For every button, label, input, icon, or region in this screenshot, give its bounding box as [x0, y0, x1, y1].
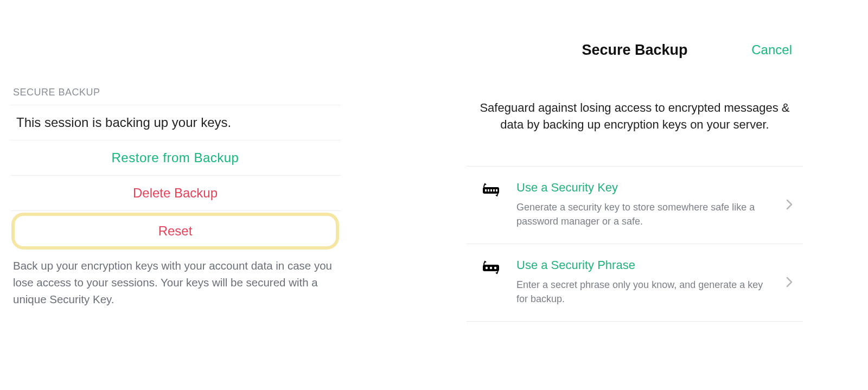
svg-point-12: [494, 267, 496, 269]
page-title: Secure Backup: [582, 42, 687, 59]
delete-backup-button[interactable]: Delete Backup: [10, 176, 341, 211]
option-body: Use a Security Phrase Enter a secret phr…: [516, 258, 770, 306]
cancel-button[interactable]: Cancel: [751, 42, 792, 57]
section-header: SECURE BACKUP: [10, 87, 341, 105]
svg-marker-8: [484, 260, 487, 263]
option-security-phrase[interactable]: Use a Security Phrase Enter a secret phr…: [467, 244, 803, 322]
secure-backup-setup-panel: Secure Backup Cancel Safeguard against l…: [467, 39, 803, 322]
svg-marker-13: [495, 272, 498, 274]
setup-intro-text: Safeguard against losing access to encry…: [469, 100, 801, 133]
option-title: Use a Security Key: [516, 181, 764, 195]
restore-from-backup-button[interactable]: Restore from Backup: [10, 140, 341, 176]
svg-rect-6: [496, 189, 497, 191]
svg-rect-3: [488, 189, 489, 191]
option-title: Use a Security Phrase: [516, 258, 764, 272]
svg-rect-4: [490, 189, 492, 191]
option-security-key[interactable]: Use a Security Key Generate a security k…: [467, 167, 803, 244]
svg-rect-5: [493, 189, 495, 191]
option-desc: Generate a security key to store somewhe…: [516, 200, 764, 228]
reset-highlight: Reset: [11, 213, 339, 250]
secure-backup-settings-panel: SECURE BACKUP This session is backing up…: [10, 87, 341, 308]
chevron-right-icon: [786, 276, 799, 288]
backup-help-text: Back up your encryption keys with your a…: [10, 251, 341, 308]
svg-point-10: [486, 267, 488, 269]
option-desc: Enter a secret phrase only you know, and…: [516, 278, 764, 306]
chevron-right-icon: [786, 199, 799, 210]
svg-marker-7: [495, 194, 498, 197]
security-phrase-icon: [481, 259, 501, 276]
svg-marker-0: [484, 183, 487, 186]
svg-point-11: [490, 267, 492, 269]
option-body: Use a Security Key Generate a security k…: [516, 181, 770, 228]
backup-status-text: This session is backing up your keys.: [10, 105, 341, 140]
svg-rect-2: [485, 189, 487, 191]
setup-options-list: Use a Security Key Generate a security k…: [467, 166, 803, 322]
setup-header: Secure Backup Cancel: [467, 39, 803, 61]
reset-button[interactable]: Reset: [15, 216, 336, 246]
security-key-icon: [481, 182, 501, 198]
